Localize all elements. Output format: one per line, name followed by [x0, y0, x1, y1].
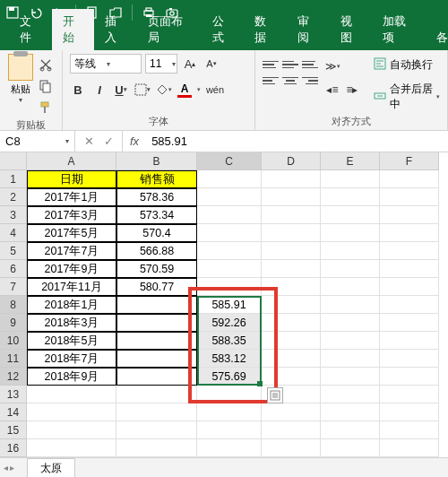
- cell[interactable]: 592.26: [197, 314, 262, 332]
- tab-addins[interactable]: 加载项: [372, 9, 426, 50]
- bold-button[interactable]: B: [70, 82, 86, 98]
- col-header-d[interactable]: D: [262, 152, 321, 170]
- cell[interactable]: 570.4: [116, 224, 197, 242]
- row-header[interactable]: 3: [0, 206, 27, 224]
- select-all-corner[interactable]: [0, 152, 27, 170]
- cell[interactable]: 销售额: [116, 170, 197, 188]
- cell[interactable]: 日期: [27, 170, 116, 188]
- tab-formula[interactable]: 公式: [202, 9, 245, 50]
- copy-icon[interactable]: [39, 79, 55, 95]
- paste-button[interactable]: 粘贴 ▾: [7, 54, 33, 104]
- align-bottom-icon[interactable]: [302, 57, 318, 72]
- row-header[interactable]: 10: [0, 332, 27, 350]
- col-header-a[interactable]: A: [27, 152, 116, 170]
- row-header[interactable]: 12: [0, 368, 27, 386]
- fx-icon[interactable]: fx: [123, 134, 146, 148]
- row-header[interactable]: 11: [0, 350, 27, 368]
- font-color-button[interactable]: A: [177, 82, 192, 98]
- cell-grid[interactable]: 日期 销售额 2017年1月578.36 2017年3月573.34 2017年…: [27, 170, 439, 457]
- sheet-nav-next-icon[interactable]: ▸: [10, 463, 14, 473]
- font-size-select[interactable]: 11▾: [145, 54, 177, 74]
- cell[interactable]: 2017年3月: [27, 206, 116, 224]
- merge-center-button[interactable]: 合并后居中 ▾: [374, 82, 440, 112]
- cell[interactable]: [116, 314, 197, 332]
- tab-home[interactable]: 开始: [52, 9, 95, 50]
- cell[interactable]: 2017年9月: [27, 260, 116, 278]
- cell[interactable]: 2017年7月: [27, 242, 116, 260]
- underline-button[interactable]: U▾: [113, 82, 129, 98]
- cell[interactable]: 578.36: [116, 188, 197, 206]
- col-header-c[interactable]: C: [197, 152, 262, 170]
- tab-truncated[interactable]: 各: [426, 25, 448, 50]
- row-header[interactable]: 1: [0, 170, 27, 188]
- orientation-icon[interactable]: ≫▾: [323, 57, 341, 75]
- align-center-icon[interactable]: [282, 74, 298, 88]
- increase-font-icon[interactable]: A▴: [181, 55, 199, 73]
- align-right-icon[interactable]: [302, 74, 318, 88]
- tab-insert[interactable]: 插入: [94, 9, 137, 50]
- cell[interactable]: [321, 170, 380, 188]
- col-header-f[interactable]: F: [380, 152, 439, 170]
- tab-layout[interactable]: 页面布局: [137, 9, 201, 50]
- cell[interactable]: 2017年5月: [27, 224, 116, 242]
- row-header[interactable]: 5: [0, 242, 27, 260]
- sheet-nav-prev-icon[interactable]: ◂: [4, 463, 8, 473]
- cell[interactable]: [116, 350, 197, 368]
- cell[interactable]: 2018年9月: [27, 368, 116, 386]
- col-header-e[interactable]: E: [321, 152, 380, 170]
- cut-icon[interactable]: [39, 57, 55, 74]
- cell[interactable]: 2017年1月: [27, 188, 116, 206]
- decrease-font-icon[interactable]: A▾: [202, 55, 220, 73]
- formula-input[interactable]: 585.91: [146, 134, 448, 148]
- cell[interactable]: [197, 170, 262, 188]
- cell[interactable]: 2018年5月: [27, 332, 116, 350]
- autofill-options-icon[interactable]: [267, 387, 283, 403]
- tab-view[interactable]: 视图: [330, 9, 373, 50]
- font-name-select[interactable]: 等线▾: [70, 54, 142, 74]
- cell[interactable]: 2017年11月: [27, 278, 116, 296]
- align-middle-icon[interactable]: [282, 57, 298, 72]
- decrease-indent-icon[interactable]: ◂≡: [323, 81, 341, 99]
- cell[interactable]: [116, 296, 197, 314]
- align-left-icon[interactable]: [263, 74, 279, 88]
- increase-indent-icon[interactable]: ≡▸: [343, 81, 361, 99]
- sheet-tab[interactable]: 太原: [27, 458, 75, 478]
- row-header[interactable]: 8: [0, 296, 27, 314]
- italic-button[interactable]: I: [91, 82, 108, 98]
- row-header[interactable]: 2: [0, 188, 27, 206]
- tab-file[interactable]: 文件: [9, 9, 52, 50]
- row-header[interactable]: 14: [0, 403, 27, 421]
- tab-data[interactable]: 数据: [244, 9, 287, 50]
- cell[interactable]: 570.59: [116, 260, 197, 278]
- row-header[interactable]: 9: [0, 314, 27, 332]
- row-header[interactable]: 16: [0, 439, 27, 457]
- cell[interactable]: [262, 170, 321, 188]
- col-header-b[interactable]: B: [116, 152, 197, 170]
- cell[interactable]: 2018年1月: [27, 296, 116, 314]
- cell[interactable]: 580.77: [116, 278, 197, 296]
- cell[interactable]: 2018年7月: [27, 350, 116, 368]
- cell[interactable]: 583.12: [197, 350, 262, 368]
- row-header[interactable]: 6: [0, 260, 27, 278]
- fill-color-button[interactable]: ▾: [156, 83, 172, 96]
- row-header[interactable]: 15: [0, 421, 27, 439]
- row-header[interactable]: 7: [0, 278, 27, 296]
- cell[interactable]: 573.34: [116, 206, 197, 224]
- enter-icon[interactable]: ✓: [102, 134, 115, 148]
- row-header[interactable]: 4: [0, 224, 27, 242]
- phonetic-icon[interactable]: wén: [206, 81, 224, 99]
- cell[interactable]: [116, 332, 197, 350]
- align-top-icon[interactable]: [263, 57, 279, 72]
- border-button[interactable]: ▾: [134, 82, 151, 98]
- wrap-text-button[interactable]: 自动换行: [374, 57, 440, 73]
- cell[interactable]: 566.88: [116, 242, 197, 260]
- cell[interactable]: 588.35: [197, 332, 262, 350]
- cell[interactable]: [380, 170, 439, 188]
- cell[interactable]: 2018年3月: [27, 314, 116, 332]
- cell[interactable]: [116, 368, 197, 386]
- cell[interactable]: 575.69: [197, 368, 262, 386]
- tab-review[interactable]: 审阅: [287, 9, 330, 50]
- format-painter-icon[interactable]: [39, 100, 55, 117]
- cancel-icon[interactable]: ✕: [82, 134, 95, 148]
- cell[interactable]: 585.91: [197, 296, 262, 314]
